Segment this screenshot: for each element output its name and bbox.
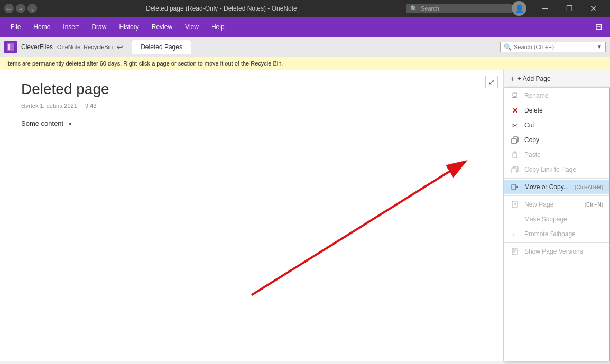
rename-icon [511,91,519,100]
new-page-icon [511,200,519,209]
ctx-divider-1 [504,178,609,179]
ctx-new-page-shortcut: (Ctrl+N) [585,202,603,208]
ctx-make-subpage-label: Make Subpage [524,216,567,223]
page-title: Deleted page [21,81,482,100]
menu-insert[interactable]: Insert [57,20,85,34]
warning-bar: Items are permanently deleted after 60 d… [0,57,610,70]
title-bar-search[interactable]: 🔍 Search [406,4,512,13]
right-panel: + + Add Page Rename ✕ Delete ✂ Cut [503,70,610,361]
title-bar-left: ← → ⌄ [4,4,37,13]
page-date: čtvrtek 1. dubna 2021 [21,102,77,109]
ctx-copy[interactable]: Copy [504,133,609,147]
svg-rect-6 [512,138,516,144]
ctx-copy-link-label: Copy Link to Page [524,166,576,173]
undo-icon[interactable]: ↩ [117,43,123,51]
menu-help[interactable]: Help [205,20,231,34]
notebook-name[interactable]: CleverFiles [21,43,53,51]
svg-rect-1 [8,44,10,50]
notebook-section: OneNote_RecycleBin [57,44,113,50]
menu-draw[interactable]: Draw [85,20,113,34]
menu-review[interactable]: Review [145,20,179,34]
page-time: 9:43 [85,102,96,109]
tab-container: Deleted Pages [132,40,191,54]
ctx-rename[interactable]: Rename [504,88,609,103]
add-icon: + [510,74,514,83]
expand-button[interactable]: ⤢ [485,76,498,88]
more-button[interactable]: ⌄ [27,4,37,13]
page-content: Some content ▼ [21,119,482,127]
ctx-copy-link[interactable]: Copy Link to Page [504,162,609,177]
ctx-rename-label: Rename [524,92,548,99]
ctx-cut-label: Cut [524,122,534,129]
ctx-paste-label: Paste [524,151,541,158]
ctx-paste[interactable]: Paste [504,147,609,162]
promote-subpage-icon: ← [511,230,519,238]
copy-link-icon [511,165,519,174]
ctx-move-copy[interactable]: Move or Copy... (Ctrl+Alt+M) [504,180,609,194]
title-bar-controls: ← → ⌄ [4,4,37,13]
user-avatar[interactable]: 👤 [512,1,526,16]
content-area: ⤢ Deleted page čtvrtek 1. dubna 2021 9:4… [0,70,503,361]
paste-icon [511,151,519,159]
ctx-make-subpage[interactable]: → Make Subpage [504,212,609,227]
minimize-button[interactable]: ─ [533,0,557,17]
svg-rect-16 [512,248,517,255]
move-copy-icon [511,183,519,191]
menu-file[interactable]: File [4,20,27,34]
notebook-search-input[interactable] [514,44,595,50]
main-layout: ⤢ Deleted page čtvrtek 1. dubna 2021 9:4… [0,70,610,361]
ctx-promote-subpage-label: Promote Subpage [524,230,576,238]
cut-icon: ✂ [511,121,519,129]
show-versions-icon [511,247,519,256]
title-bar: ← → ⌄ Deleted page (Read-Only - Deleted … [0,0,610,17]
deleted-pages-tab[interactable]: Deleted Pages [132,40,191,54]
title-bar-title: Deleted page (Read-Only - Deleted Notes)… [37,5,406,12]
make-subpage-icon: → [511,215,519,223]
notebook-icon [4,41,17,53]
search-icon: 🔍 [410,5,418,12]
notebook-search-icon: 🔍 [504,43,512,51]
svg-line-3 [252,161,466,295]
svg-rect-10 [512,168,516,173]
back-button[interactable]: ← [4,4,14,13]
menu-home[interactable]: Home [27,20,57,34]
ctx-cut[interactable]: ✂ Cut [504,118,609,133]
ctx-delete[interactable]: ✕ Delete [504,103,609,118]
add-page-label: + Add Page [517,75,550,82]
search-placeholder: Search [421,5,439,12]
ctx-move-copy-shortcut: (Ctrl+Alt+M) [575,184,603,190]
content-dropdown-icon: ▼ [68,121,73,127]
copy-icon [511,136,519,144]
menu-history[interactable]: History [113,20,145,34]
close-button[interactable]: ✕ [581,0,606,17]
menu-view[interactable]: View [179,20,205,34]
notebook-search[interactable]: 🔍 ▼ [500,42,606,52]
ctx-promote-subpage[interactable]: ← Promote Subpage [504,227,609,241]
ctx-new-page[interactable]: New Page (Ctrl+N) [504,197,609,212]
page-meta: čtvrtek 1. dubna 2021 9:43 [21,102,482,109]
add-page-button[interactable]: + + Add Page [504,70,610,88]
restore-button[interactable]: ❐ [557,0,581,17]
context-menu: Rename ✕ Delete ✂ Cut Copy [504,88,610,361]
ctx-copy-label: Copy [524,136,539,144]
warning-text: Items are permanently deleted after 60 d… [6,60,283,67]
ctx-show-versions[interactable]: Show Page Versions [504,244,609,259]
ctx-divider-3 [504,242,609,243]
page-content-text: Some content [21,119,63,127]
search-dropdown-icon[interactable]: ▼ [597,44,602,50]
ctx-delete-label: Delete [524,107,543,114]
ctx-move-copy-label: Move or Copy... [524,183,569,191]
svg-rect-4 [512,97,517,98]
delete-icon: ✕ [511,106,519,115]
ctx-show-versions-label: Show Page Versions [524,248,583,255]
window-controls: ─ ❐ ✕ [533,0,606,17]
ctx-new-page-label: New Page [524,201,553,208]
menu-bar: File Home Insert Draw History Review Vie… [0,17,610,37]
forward-button[interactable]: → [16,4,25,13]
collapse-ribbon-icon[interactable]: ⊟ [595,22,606,32]
ctx-divider-2 [504,195,609,196]
notebook-bar: CleverFiles OneNote_RecycleBin ↩ Deleted… [0,37,610,57]
